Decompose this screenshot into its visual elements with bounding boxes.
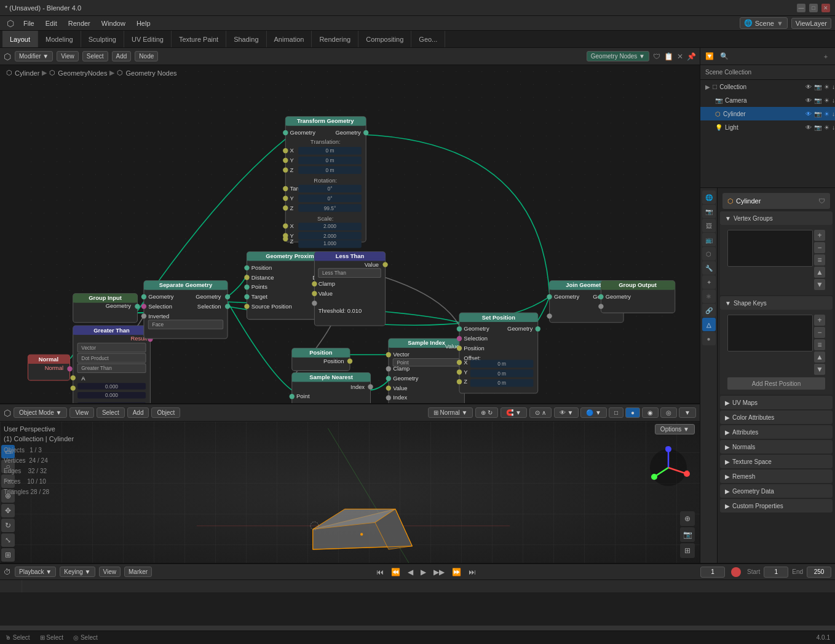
viewlayer-selector[interactable]: ViewLayer xyxy=(791,18,831,29)
timeline-view-menu[interactable]: View xyxy=(99,567,121,577)
vertex-groups-header[interactable]: ▼ Vertex Groups xyxy=(720,211,833,225)
vp-object-menu[interactable]: Object xyxy=(151,407,180,418)
vp-shading-options[interactable]: ▼ xyxy=(679,407,696,418)
timeline-scrollbar[interactable] xyxy=(0,626,835,630)
vp-snap-toggle[interactable]: 🧲 ▼ xyxy=(501,407,527,418)
select-menu[interactable]: Select xyxy=(82,51,108,61)
vp-shading-material[interactable]: ◉ xyxy=(642,407,659,418)
next-keyframe-button[interactable]: ▶▶ xyxy=(432,568,446,576)
vp-add-menu[interactable]: Add xyxy=(127,407,149,418)
tab-compositing[interactable]: Compositing xyxy=(358,31,411,47)
visibility-icon[interactable]: 🛡 xyxy=(818,197,825,205)
sk-add-button[interactable]: + xyxy=(814,315,825,326)
end-frame-input[interactable] xyxy=(807,567,831,578)
window-menu[interactable]: Window xyxy=(97,18,130,28)
sk-remove-button[interactable]: − xyxy=(814,327,825,338)
vp-normal-selector[interactable]: ⊞ Normal ▼ xyxy=(428,407,473,418)
start-frame-input[interactable] xyxy=(764,567,788,578)
next-frame-button[interactable]: ⏩ xyxy=(450,568,463,576)
tab-uv-editing[interactable]: UV Editing xyxy=(124,31,172,47)
maximize-button[interactable]: □ xyxy=(809,4,818,12)
zoom-to-fit[interactable]: ⊕ xyxy=(680,511,695,526)
remesh-header[interactable]: ▶ Remesh xyxy=(720,469,833,483)
prop-tab-view-layer[interactable]: 📺 xyxy=(702,233,716,246)
vp-shading-solid[interactable]: ● xyxy=(625,407,640,418)
prop-tab-physics[interactable]: ⚛ xyxy=(702,289,716,303)
file-menu[interactable]: File xyxy=(18,18,39,28)
outliner-item-light[interactable]: 💡 Light 👁 📷 ☀ ↓ xyxy=(700,120,835,134)
modifier-menu[interactable]: Modifier ▼ xyxy=(15,51,53,61)
search-icon[interactable]: 🔍 xyxy=(718,50,731,63)
vg-menu-button[interactable]: ≡ xyxy=(814,254,825,265)
geometry-nodes-label[interactable]: Geometry Nodes ▼ xyxy=(587,51,649,61)
vg-up-button[interactable]: ▲ xyxy=(814,267,825,278)
sk-menu-button[interactable]: ≡ xyxy=(814,339,825,350)
sk-up-button[interactable]: ▲ xyxy=(814,351,825,363)
render-menu[interactable]: Render xyxy=(63,18,95,28)
view-menu[interactable]: View xyxy=(57,51,79,61)
vg-down-button[interactable]: ▼ xyxy=(814,279,825,290)
current-frame-input[interactable] xyxy=(700,567,725,578)
tab-texture-paint[interactable]: Texture Paint xyxy=(172,31,226,47)
close-button[interactable]: ✕ xyxy=(821,4,830,12)
help-menu[interactable]: Help xyxy=(132,18,156,28)
shape-keys-header[interactable]: ▼ Shape Keys xyxy=(720,296,833,310)
prev-frame-button[interactable]: ⏪ xyxy=(389,568,402,576)
vg-add-button[interactable]: + xyxy=(814,230,825,241)
uv-maps-header[interactable]: ▶ UV Maps xyxy=(720,396,833,409)
marker-menu[interactable]: Marker xyxy=(124,567,152,577)
add-menu[interactable]: Add xyxy=(112,51,132,61)
tab-rendering[interactable]: Rendering xyxy=(312,31,358,47)
color-attributes-header[interactable]: ▶ Color Attributes xyxy=(720,410,833,424)
playback-menu[interactable]: Playback ▼ xyxy=(15,567,56,577)
tab-animation[interactable]: Animation xyxy=(267,31,312,47)
node-menu[interactable]: Node xyxy=(135,51,158,61)
tab-layout[interactable]: Layout xyxy=(2,31,38,47)
prop-tab-output[interactable]: 🖼 xyxy=(702,219,716,232)
normals-header[interactable]: ▶ Normals xyxy=(720,440,833,454)
custom-properties-header[interactable]: ▶ Custom Properties xyxy=(720,499,833,512)
prop-tab-material[interactable]: ● xyxy=(702,332,716,345)
play-button[interactable]: ▶ xyxy=(419,568,428,576)
geometry-data-header[interactable]: ▶ Geometry Data xyxy=(720,484,833,498)
add-rest-position-button[interactable]: Add Rest Position xyxy=(727,377,825,390)
timeline-record-btn[interactable] xyxy=(731,567,741,577)
prop-tab-particles[interactable]: ✦ xyxy=(702,275,716,289)
vp-shading-rendered[interactable]: ◎ xyxy=(660,407,677,418)
breadcrumb-geonodes[interactable]: GeometryNodes xyxy=(58,69,107,77)
vp-gizmo-toggle[interactable]: 🔵 ▼ xyxy=(580,407,607,418)
viewport-canvas[interactable]: ▭ ○ 〰 ⊕ ✥ ↻ ⤡ ⊞ User Perspective (1) Col… xyxy=(0,422,700,563)
vp-show-overlay[interactable]: 👁 ▼ xyxy=(554,407,579,418)
vp-select-menu[interactable]: Select xyxy=(97,407,125,418)
prop-tab-data[interactable]: △ xyxy=(702,318,716,331)
tab-geo[interactable]: Geo... xyxy=(411,31,445,47)
attributes-header[interactable]: ▶ Attributes xyxy=(720,425,833,439)
copy-icon[interactable]: 📋 xyxy=(664,52,673,61)
outliner-item-cylinder[interactable]: ⬡ Cylinder 👁 📷 ☀ ↓ xyxy=(700,107,835,120)
tab-sculpting[interactable]: Sculpting xyxy=(81,31,124,47)
camera-view[interactable]: 📷 xyxy=(680,527,695,542)
keying-menu[interactable]: Keying ▼ xyxy=(60,567,95,577)
prop-tab-scene[interactable]: 🌐 xyxy=(702,190,716,204)
prop-tab-modifier[interactable]: 🔧 xyxy=(702,261,716,275)
edit-menu[interactable]: Edit xyxy=(41,18,62,28)
outliner-item-camera[interactable]: 📷 Camera 👁 📷 ☀ ↓ xyxy=(700,93,835,107)
breadcrumb-cylinder[interactable]: Cylinder xyxy=(15,69,39,77)
vp-pivot-selector[interactable]: ⊕ ↻ xyxy=(475,407,498,418)
filter-icon[interactable]: 🔽 xyxy=(703,50,716,63)
editor-icon[interactable]: ⬡ xyxy=(4,17,17,30)
pin-icon[interactable]: 📌 xyxy=(687,52,696,61)
prop-tab-render[interactable]: 📷 xyxy=(702,205,716,218)
jump-start-button[interactable]: ⏮ xyxy=(374,568,386,576)
add-collection-icon[interactable]: + xyxy=(819,50,833,63)
perspective-toggle[interactable]: ⊞ xyxy=(680,543,695,558)
prop-tab-object[interactable]: ⬡ xyxy=(702,247,716,261)
close-node-icon[interactable]: ✕ xyxy=(677,52,683,61)
prop-tab-constraints[interactable]: 🔗 xyxy=(702,304,716,317)
minimize-button[interactable]: — xyxy=(797,4,805,12)
tab-modeling[interactable]: Modeling xyxy=(38,31,81,47)
vp-proportional-toggle[interactable]: ⊙ ∧ xyxy=(529,407,552,418)
jump-end-button[interactable]: ⏭ xyxy=(467,568,478,576)
scene-selector[interactable]: 🌐 Scene ▼ xyxy=(740,17,788,29)
texture-space-header[interactable]: ▶ Texture Space xyxy=(720,455,833,468)
